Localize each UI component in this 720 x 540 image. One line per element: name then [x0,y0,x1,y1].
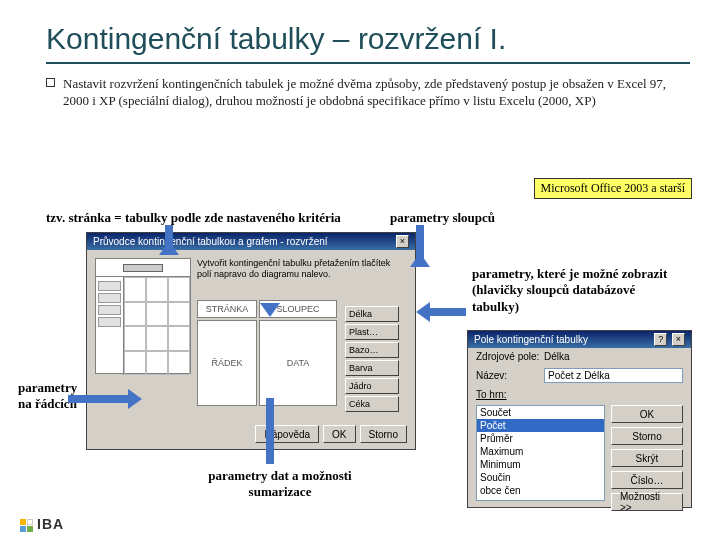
fielddlg-titlebar: Pole kontingenční tabulky ? × [468,331,691,348]
version-badge: Microsoft Office 2003 a starší [534,178,692,199]
field-button[interactable]: Jádro [345,378,399,394]
name-label: Název: [476,370,540,381]
fielddlg-title: Pole kontingenční tabulky [474,334,588,345]
title-rule [46,62,690,64]
close-icon[interactable]: × [672,333,685,346]
list-item[interactable]: Počet [477,419,604,432]
field-button[interactable]: Barva [345,360,399,376]
bullet-marker [46,78,55,87]
bullet-item: Nastavit rozvržení kontingenčních tabule… [0,76,720,110]
bullet-text: Nastavit rozvržení kontingenčních tabule… [63,76,670,110]
summary-listbox[interactable]: Součet Počet Průměr Maximum Minimum Souč… [476,405,605,501]
options-button[interactable]: Možnosti >> [611,493,683,511]
name-input[interactable]: Počet z Délka [544,368,683,383]
label-field-list: parametry, které je možné zobrazit (hlav… [472,266,682,315]
wizard-titlebar: Průvodce kontingenční tabulkou a grafem … [87,233,415,250]
list-item[interactable]: Minimum [477,458,604,471]
label-data: parametry dat a možnosti sumarizace [185,468,375,501]
summary-label: To hrn: [476,389,540,400]
ok-button[interactable]: OK [611,405,683,423]
wizard-title: Průvodce kontingenční tabulkou a grafem … [93,236,328,247]
pivot-field-dialog: Pole kontingenční tabulky ? × Zdrojové p… [467,330,692,508]
arrow-icon [430,308,466,316]
list-item[interactable]: Průměr [477,432,604,445]
logo-text: IBA [37,516,64,532]
field-button[interactable]: Céka [345,396,399,412]
help-icon[interactable]: ? [654,333,667,346]
close-icon[interactable]: × [396,235,409,248]
ok-button[interactable]: OK [323,425,355,443]
number-button[interactable]: Číslo… [611,471,683,489]
label-page: tzv. stránka = tabulky podle zde nastave… [46,210,341,226]
dropzone-page[interactable]: STRÁNKA [197,300,257,318]
list-item[interactable]: obce čen [477,484,604,497]
dropzone-row[interactable]: ŘÁDEK [197,320,257,406]
arrow-icon [416,225,424,267]
list-item[interactable]: Maximum [477,445,604,458]
hide-button[interactable]: Skrýt [611,449,683,467]
logo-mark-icon [20,519,33,532]
field-list: Délka Plast… Bazo… Barva Jádro Céka [345,306,399,412]
arrow-icon [165,225,173,255]
label-columns: parametry sloupců [390,210,495,226]
source-label: Zdrojové pole: [476,351,540,362]
slide-title: Kontingenční tabulky – rozvržení I. [0,0,720,62]
arrow-icon [68,395,128,403]
list-item[interactable]: Součet [477,406,604,419]
footer-logo: IBA [20,516,64,532]
arrow-icon [266,398,274,464]
cancel-button[interactable]: Storno [360,425,407,443]
wizard-hint: Vytvořit kontingenční tabulku přetažením… [197,258,407,280]
pivot-wizard-dialog: Průvodce kontingenční tabulkou a grafem … [86,232,416,450]
source-value: Délka [544,351,570,362]
cancel-button[interactable]: Storno [611,427,683,445]
layout-thumbnail [95,258,191,374]
field-button[interactable]: Plast… [345,324,399,340]
list-item[interactable]: Součin [477,471,604,484]
field-button[interactable]: Bazo… [345,342,399,358]
field-button[interactable]: Délka [345,306,399,322]
